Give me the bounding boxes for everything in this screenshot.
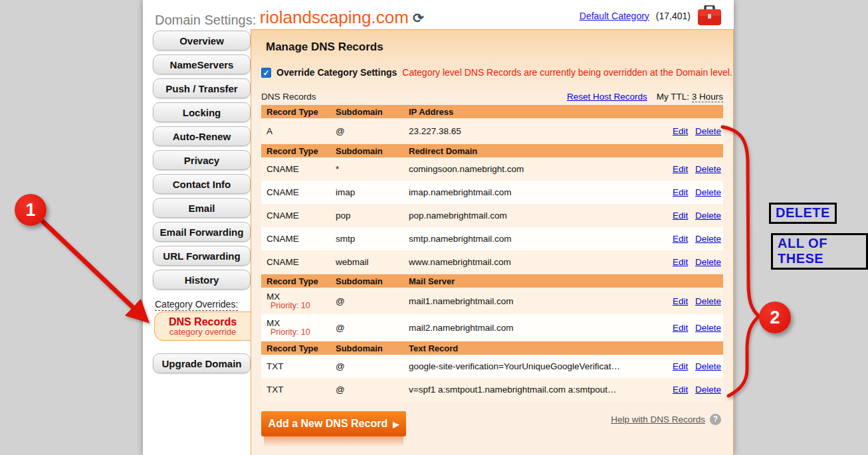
subdomain-cell: webmail <box>336 257 409 267</box>
add-dns-record-button[interactable]: Add a New DNS Record ▶ <box>261 411 406 436</box>
delete-link[interactable]: Delete <box>695 126 721 136</box>
col-header-value: Mail Server <box>409 276 662 286</box>
record-type-cell: CNAME <box>261 257 336 267</box>
record-type-cell: MX <box>267 318 336 328</box>
upgrade-domain-label: Upgrade Domain <box>162 358 241 369</box>
page-title: Domain Settings: riolandscaping.com⟳ <box>155 9 424 29</box>
dns-records-list-label: DNS Records <box>261 92 567 102</box>
col-header-value: IP Address <box>409 107 662 117</box>
sidebar-item-privacy[interactable]: Privacy <box>153 150 251 170</box>
sidebar-item-label: Locking <box>183 107 221 118</box>
value-cell: comingsoon.namebright.com <box>409 164 662 174</box>
delete-link[interactable]: Delete <box>695 257 721 267</box>
table-row: CNAME * comingsoon.namebright.com Edit D… <box>261 157 723 181</box>
page-title-label: Domain Settings: <box>155 13 256 27</box>
edit-link[interactable]: Edit <box>673 257 688 267</box>
value-cell: google-site-verification=YourUniqueGoogl… <box>409 361 662 371</box>
record-type-cell: A <box>261 126 336 136</box>
subdomain-cell: @ <box>336 126 409 136</box>
sidebar-item-locking[interactable]: Locking <box>153 102 251 122</box>
question-mark-icon[interactable]: ? <box>710 414 721 425</box>
record-type-cell: TXT <box>261 361 336 371</box>
table-row: CNAME smtp smtp.namebrightmail.com Edit … <box>261 227 723 250</box>
sidebar-item-label: Privacy <box>184 155 219 166</box>
subdomain-cell: smtp <box>336 234 409 244</box>
step2-badge: 2 <box>759 302 791 333</box>
edit-link[interactable]: Edit <box>673 234 688 244</box>
subdomain-cell: pop <box>336 211 409 221</box>
add-dns-record-label: Add a New DNS Record <box>269 418 388 430</box>
edit-link[interactable]: Edit <box>673 211 688 221</box>
ttl-value[interactable]: 3 Hours <box>692 92 723 102</box>
col-header-value: Redirect Domain <box>409 146 662 156</box>
table-row: TXT @ google-site-verification=YourUniqu… <box>261 355 723 378</box>
upgrade-domain-button[interactable]: Upgrade Domain <box>153 353 251 373</box>
subdomain-cell: @ <box>336 361 409 371</box>
default-category-link[interactable]: Default Category <box>580 11 649 21</box>
delete-link[interactable]: Delete <box>695 385 721 395</box>
sidebar-item-nameservers[interactable]: NameServers <box>153 54 251 74</box>
edit-link[interactable]: Edit <box>673 296 688 306</box>
table-section-header: Record Type Subdomain Redirect Domain <box>261 144 723 157</box>
override-category-checkbox[interactable]: ✓ <box>261 68 271 78</box>
category-overrides-label: Category Overrides: <box>155 299 238 311</box>
ttl-prefix: My TTL: <box>657 92 689 102</box>
delete-link[interactable]: Delete <box>695 323 721 333</box>
page-header: Domain Settings: riolandscaping.com⟳ Def… <box>143 0 734 29</box>
dns-records-tab-subtitle: category override <box>169 327 236 337</box>
reset-host-records-link[interactable]: Reset Host Records <box>567 92 647 102</box>
sidebar-item-label: Email Forwarding <box>160 227 244 238</box>
edit-link[interactable]: Edit <box>673 361 688 371</box>
domain-settings-page: Domain Settings: riolandscaping.com⟳ Def… <box>143 0 734 455</box>
step1-arrow <box>41 220 143 317</box>
edit-link[interactable]: Edit <box>673 164 688 174</box>
edit-link[interactable]: Edit <box>673 187 688 197</box>
sidebar-item-label: Push / Transfer <box>165 83 237 94</box>
sidebar-item-label: Auto-Renew <box>173 131 231 142</box>
col-header-record-type: Record Type <box>261 146 336 156</box>
table-row: TXT @ v=spf1 a:smtpout1.namebrightmail.c… <box>261 378 723 401</box>
sidebar-item-history[interactable]: History <box>153 270 251 290</box>
delete-link[interactable]: Delete <box>695 234 721 244</box>
col-header-record-type: Record Type <box>261 107 336 117</box>
refresh-icon[interactable]: ⟳ <box>413 11 424 25</box>
delete-link[interactable]: Delete <box>695 296 721 306</box>
briefcase-icon <box>697 5 722 26</box>
sidebar-item-label: Overview <box>179 35 224 46</box>
record-type-cell: CNAME <box>261 164 336 174</box>
sidebar-item-auto-renew[interactable]: Auto-Renew <box>153 126 251 146</box>
sidebar-item-overview[interactable]: Overview <box>153 31 251 50</box>
table-row: CNAME pop pop.namebrightmail.com Edit De… <box>261 204 723 227</box>
domain-name: riolandscaping.com <box>260 7 409 27</box>
mx-priority-label: Priority: 10 <box>267 328 336 337</box>
sidebar-item-contact-info[interactable]: Contact Info <box>153 174 251 194</box>
sidebar-item-label: NameServers <box>170 59 234 70</box>
subdomain-cell: imap <box>336 187 409 197</box>
subdomain-cell: @ <box>336 296 409 306</box>
table-row: A @ 23.227.38.65 Edit Delete <box>261 118 723 143</box>
edit-link[interactable]: Edit <box>673 385 688 395</box>
sidebar-item-label: Email <box>188 203 215 214</box>
value-cell: mail1.namebrightmail.com <box>409 296 662 306</box>
value-cell: 23.227.38.65 <box>409 126 662 136</box>
help-dns-records-link[interactable]: Help with DNS Records <box>611 414 705 424</box>
delete-link[interactable]: Delete <box>695 361 721 371</box>
table-row: MX Priority: 10 @ mail2.namebrightmail.c… <box>261 314 723 341</box>
delete-link[interactable]: Delete <box>695 164 721 174</box>
col-header-record-type: Record Type <box>261 343 336 353</box>
sidebar-item-email[interactable]: Email <box>153 198 251 218</box>
edit-link[interactable]: Edit <box>673 323 688 333</box>
record-type-cell: CNAME <box>261 234 336 244</box>
sidebar-item-dns-records[interactable]: DNS Records category override <box>154 312 251 341</box>
sidebar-item-email-forwarding[interactable]: Email Forwarding <box>153 222 251 242</box>
subdomain-cell: @ <box>336 323 409 333</box>
delete-link[interactable]: Delete <box>695 211 721 221</box>
sidebar-item-url-forwarding[interactable]: URL Forwarding <box>153 246 251 266</box>
col-header-subdomain: Subdomain <box>336 343 409 353</box>
table-row: CNAME imap imap.namebrightmail.com Edit … <box>261 181 723 204</box>
delete-link[interactable]: Delete <box>695 187 721 197</box>
dns-records-table: Record Type Subdomain IP Address A @ 23.… <box>261 104 723 401</box>
edit-link[interactable]: Edit <box>673 126 688 136</box>
step1-badge: 1 <box>15 194 47 226</box>
sidebar-item-push-transfer[interactable]: Push / Transfer <box>153 78 251 98</box>
